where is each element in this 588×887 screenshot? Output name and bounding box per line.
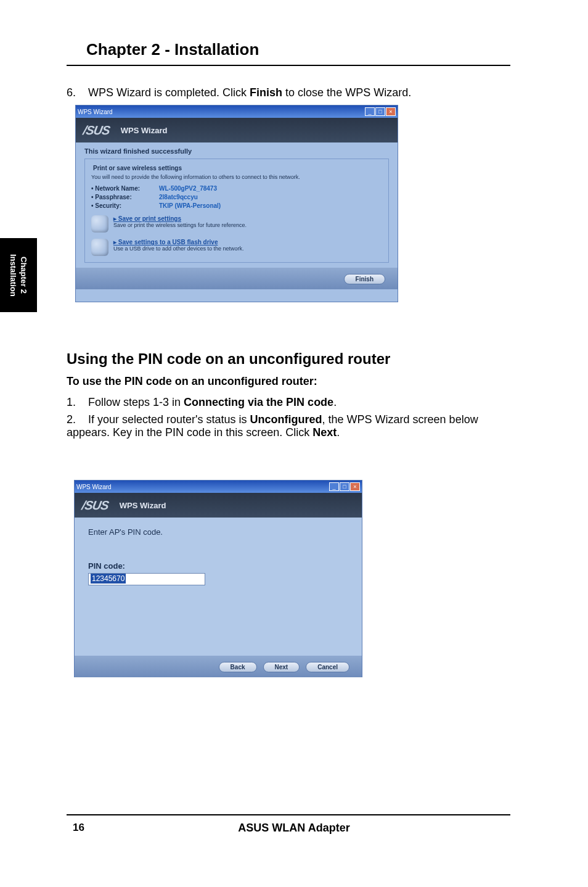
side-tab-line1: Chapter 2: [19, 257, 28, 294]
minimize-button-2[interactable]: _: [329, 482, 339, 491]
window-buttons: _ □ ×: [365, 107, 396, 116]
step-1: 1. Follow steps 1-3 in Connecting via th…: [67, 396, 508, 409]
pin-code-input[interactable]: 12345670: [88, 573, 205, 585]
fieldset-title: Print or save wireless settings: [91, 165, 184, 171]
settings-fieldset: Print or save wireless settings You will…: [84, 159, 389, 263]
security-label: • Security:: [91, 202, 159, 209]
step-1-num: 1.: [67, 396, 85, 409]
close-button-2[interactable]: ×: [350, 482, 360, 491]
fieldset-desc: You will need to provide the following i…: [91, 174, 382, 180]
chapter-title: Chapter 2 - Installation: [86, 40, 259, 59]
finish-button[interactable]: Finish: [344, 274, 385, 284]
passphrase-value: 2l8atc9qccyu: [159, 194, 198, 200]
save-usb-link[interactable]: ▸ Save settings to a USB flash drive: [113, 239, 244, 245]
back-button[interactable]: Back: [219, 662, 257, 672]
window-buttons-2: _ □ ×: [329, 482, 360, 491]
step-1-pre: Follow steps 1-3 in: [88, 396, 184, 408]
print-icon: [91, 215, 108, 233]
next-button[interactable]: Next: [263, 662, 300, 672]
step-6-bold: Finish: [250, 86, 282, 99]
maximize-button[interactable]: □: [375, 107, 385, 116]
close-button[interactable]: ×: [386, 107, 396, 116]
save-usb-option: ▸ Save settings to a USB flash drive Use…: [91, 239, 382, 256]
asus-logo-2: /SUS: [81, 498, 110, 513]
sub-heading: To use the PIN code on an unconfigured r…: [67, 375, 317, 388]
window-titlebar-2: WPS Wizard _ □ ×: [75, 481, 362, 493]
section-heading: Using the PIN code on an unconfigured ro…: [67, 350, 390, 368]
step-2: 2. If your selected router's status is U…: [67, 413, 508, 439]
step-1-bold: Connecting via the PIN code: [184, 396, 333, 408]
step-2-bold1: Unconfigured: [250, 413, 322, 426]
step-6-pre: WPS Wizard is completed. Click: [88, 86, 250, 99]
button-row-2: Back Next Cancel: [75, 656, 362, 677]
security-row: • Security: TKIP (WPA-Personal): [91, 202, 382, 209]
cancel-button[interactable]: Cancel: [306, 662, 349, 672]
side-tab-line2: Installation: [9, 254, 18, 297]
success-message: This wizard finished successfully: [84, 147, 389, 155]
security-value: TKIP (WPA-Personal): [159, 202, 221, 209]
step-2-pre: If your selected router's status is: [88, 413, 250, 426]
button-row: Finish: [76, 268, 398, 289]
asus-header: /SUS WPS Wizard: [76, 118, 398, 142]
side-tab: Installation Chapter 2: [0, 238, 37, 312]
asus-header-2: /SUS WPS Wizard: [75, 493, 362, 518]
step-1-post: .: [333, 396, 337, 408]
save-usb-desc: Use a USB drive to add other devices to …: [113, 245, 244, 252]
pin-code-label: PIN code:: [88, 561, 348, 571]
maximize-button-2[interactable]: □: [340, 482, 349, 491]
header-subtitle: WPS Wizard: [121, 126, 168, 135]
window-title-2: WPS Wizard: [76, 484, 112, 490]
pin-code-value: 12345670: [91, 574, 126, 584]
enter-pin-label: Enter AP's PIN code.: [88, 527, 348, 537]
save-print-desc: Save or print the wireless settings for …: [113, 222, 247, 228]
wizard-body: This wizard finished successfully Print …: [76, 142, 398, 268]
save-print-option: ▸ Save or print settings Save or print t…: [91, 215, 382, 233]
footer-text: ASUS WLAN Adapter: [0, 822, 588, 835]
network-name-label: • Network Name:: [91, 185, 159, 192]
minimize-button[interactable]: _: [365, 107, 375, 116]
step-6-num: 6.: [67, 86, 85, 99]
footer-divider: [67, 814, 510, 815]
window-title: WPS Wizard: [78, 109, 113, 115]
passphrase-label: • Passphrase:: [91, 194, 159, 200]
step-2-bold2: Next: [312, 426, 337, 439]
wps-finished-screenshot: WPS Wizard _ □ × /SUS WPS Wizard This wi…: [75, 105, 398, 302]
save-print-link[interactable]: ▸ Save or print settings: [113, 215, 247, 222]
header-subtitle-2: WPS Wizard: [120, 501, 166, 510]
title-divider: [67, 65, 510, 66]
step-2-num: 2.: [67, 413, 85, 426]
network-name-value: WL-500gPV2_78473: [159, 185, 217, 192]
window-titlebar: WPS Wizard _ □ ×: [76, 105, 398, 118]
asus-logo: /SUS: [82, 123, 111, 138]
wizard-body-2: Enter AP's PIN code. PIN code: 12345670: [75, 518, 362, 656]
passphrase-row: • Passphrase: 2l8atc9qccyu: [91, 194, 382, 200]
usb-icon: [91, 239, 108, 256]
step-2-post: .: [337, 426, 340, 439]
network-name-row: • Network Name: WL-500gPV2_78473: [91, 185, 382, 192]
step-6-post: to close the WPS Wizard.: [282, 86, 411, 99]
step-6: 6. WPS Wizard is completed. Click Finish…: [67, 86, 508, 99]
wps-pin-screenshot: WPS Wizard _ □ × /SUS WPS Wizard Enter A…: [74, 480, 362, 677]
